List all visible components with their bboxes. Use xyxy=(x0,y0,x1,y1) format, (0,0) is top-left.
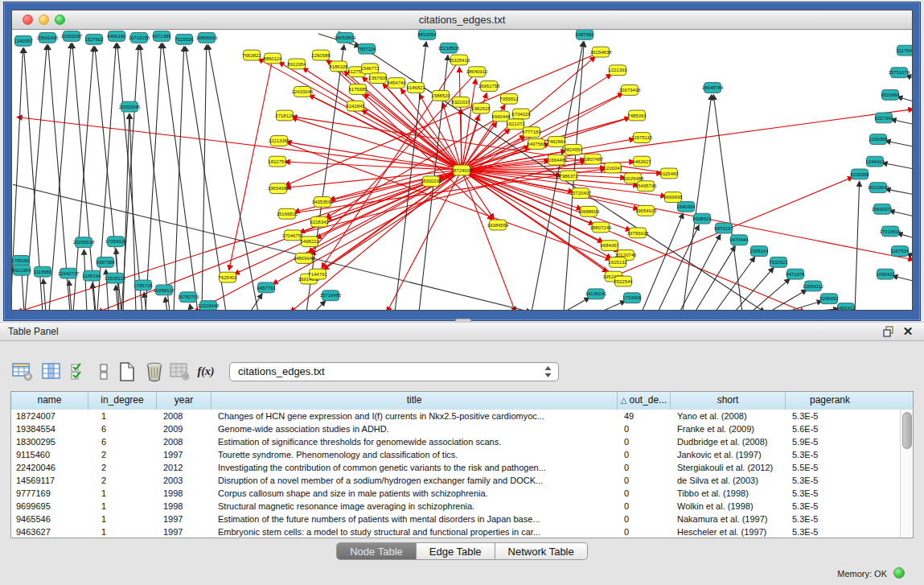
graph-node[interactable]: 6879197 xyxy=(714,223,733,233)
graph-edge[interactable] xyxy=(785,301,822,310)
column-header-year[interactable]: year xyxy=(157,392,211,410)
graph-node[interactable]: 12505115 xyxy=(105,273,126,283)
scrollbar-thumb[interactable] xyxy=(902,412,912,449)
graph-edge[interactable] xyxy=(43,279,46,310)
graph-edge[interactable] xyxy=(462,171,515,311)
graph-edge[interactable] xyxy=(734,268,774,310)
table-cell[interactable]: 5.3E-5 xyxy=(786,525,874,538)
table-cell[interactable]: 5.9E-5 xyxy=(786,435,874,448)
graph-node[interactable]: 15166825 xyxy=(277,208,298,219)
graph-node[interactable]: 1962615 xyxy=(471,103,491,113)
graph-node[interactable]: 1095422 xyxy=(876,269,894,279)
graph-node[interactable]: 10719155 xyxy=(129,32,150,43)
graph-node[interactable]: 14136141 xyxy=(585,289,607,299)
graph-edge[interactable] xyxy=(893,276,912,284)
graph-edge[interactable] xyxy=(273,90,630,284)
graph-edge[interactable] xyxy=(208,45,258,310)
graph-node[interactable]: 10953287 xyxy=(61,31,83,41)
table-cell[interactable]: 18300295 xyxy=(11,435,88,448)
graph-edge[interactable] xyxy=(140,45,170,310)
graph-node[interactable]: 15692971 xyxy=(872,204,893,214)
zoom-window-button[interactable] xyxy=(55,14,65,25)
graph-node[interactable]: 19384554 xyxy=(487,220,509,230)
column-header-name[interactable]: name xyxy=(11,392,88,410)
graph-node[interactable]: 2367608 xyxy=(368,73,388,84)
graph-node[interactable]: 7632621 xyxy=(769,257,788,267)
table-cell[interactable]: 2 xyxy=(88,461,157,474)
graph-edge[interactable] xyxy=(889,211,912,219)
table-row[interactable]: 969969511998Structural magnetic resonanc… xyxy=(11,500,901,513)
table-cell[interactable]: Tourette syndrome. Phenomenology and cla… xyxy=(211,448,618,461)
graph-node[interactable]: 1244413 xyxy=(865,156,885,167)
table-cell[interactable]: 1997 xyxy=(157,525,211,538)
graph-node[interactable]: 9218342 xyxy=(310,216,328,227)
table-cell[interactable]: 9463627 xyxy=(11,525,88,538)
graph-node[interactable]: 6734028 xyxy=(511,109,531,119)
graph-node[interactable]: 1209358 xyxy=(869,134,888,145)
graph-edge[interactable] xyxy=(314,301,326,310)
graph-node[interactable]: 16782753 xyxy=(178,292,199,303)
graph-node[interactable]: 7462664 xyxy=(547,137,566,147)
table-cell[interactable]: 0 xyxy=(618,422,671,435)
graph-edge[interactable] xyxy=(165,297,167,310)
column-header-short[interactable]: short xyxy=(671,392,786,410)
table-cell[interactable]: 9115460 xyxy=(11,448,88,461)
graph-node[interactable]: 9242845 xyxy=(346,101,365,111)
graph-node[interactable]: 1115680 xyxy=(34,266,52,277)
graph-edge[interactable] xyxy=(751,278,790,310)
graph-edge[interactable] xyxy=(897,233,912,241)
select-all-icon[interactable] xyxy=(66,359,92,385)
table-row[interactable]: 1938455462009Genome-wide association stu… xyxy=(11,422,901,435)
graph-node[interactable]: 1733426 xyxy=(622,293,642,303)
graph-node[interactable]: 22420046 xyxy=(292,86,314,97)
table-cell[interactable]: 2012 xyxy=(157,461,211,474)
graph-node[interactable]: 7515526 xyxy=(175,34,194,44)
graph-node[interactable]: 3824554 xyxy=(564,144,583,154)
table-cell[interactable]: 49 xyxy=(618,410,671,422)
graph-node[interactable]: 16053809 xyxy=(335,32,356,43)
table-cell[interactable]: 9465546 xyxy=(11,513,88,525)
close-window-button[interactable] xyxy=(23,14,33,25)
graph-edge[interactable] xyxy=(713,95,742,310)
graph-node[interactable]: 1546772 xyxy=(360,64,379,74)
graph-edge[interactable] xyxy=(564,298,589,310)
graph-node[interactable]: 16866909 xyxy=(196,32,218,43)
table-cell[interactable]: 6 xyxy=(88,422,157,435)
graph-edge[interactable] xyxy=(614,177,853,277)
graph-node[interactable]: 14809948 xyxy=(294,253,315,264)
graph-node[interactable]: 7663822 xyxy=(242,50,261,60)
table-cell[interactable]: 0 xyxy=(618,448,671,461)
table-cell[interactable]: 22420046 xyxy=(11,461,88,474)
table-cell[interactable]: 1998 xyxy=(157,487,211,500)
graph-node[interactable]: 7625402 xyxy=(218,272,236,282)
new-document-icon[interactable] xyxy=(114,359,140,385)
graph-edge[interactable] xyxy=(885,189,912,196)
graph-edge[interactable] xyxy=(174,47,184,310)
graph-node[interactable]: 7986372 xyxy=(559,171,577,181)
graph-node[interactable]: 14353594 xyxy=(312,197,334,208)
graph-node[interactable]: 1640954 xyxy=(676,201,696,212)
column-header-pagerank[interactable]: pagerank xyxy=(786,392,874,410)
table-cell[interactable]: 0 xyxy=(618,474,671,487)
column-header-title[interactable]: title xyxy=(211,392,618,410)
table-cell[interactable]: 5.6E-5 xyxy=(786,422,874,435)
graph-node[interactable]: 10958107 xyxy=(154,285,175,295)
graph-edge[interactable] xyxy=(462,171,631,231)
network-window-titlebar[interactable]: citations_edges.txt xyxy=(12,10,912,30)
graph-node[interactable]: 1117544 xyxy=(897,45,912,56)
graph-node[interactable]: 10654112 xyxy=(803,281,823,291)
table-cell[interactable]: Corpus callosum shape and size in male p… xyxy=(211,487,618,500)
table-cell[interactable]: Tibbo et al. (1998) xyxy=(671,487,786,500)
graph-node[interactable]: 2718126 xyxy=(275,110,294,121)
tab-edge-table[interactable]: Edge Table xyxy=(417,542,495,560)
import-table-icon[interactable] xyxy=(167,359,193,385)
graph-node[interactable]: 9397588 xyxy=(96,257,115,267)
table-cell[interactable]: 1 xyxy=(88,500,157,513)
graph-edge[interactable] xyxy=(162,43,198,310)
graph-node[interactable]: 15716485 xyxy=(320,290,342,301)
close-panel-icon[interactable]: ✕ xyxy=(901,325,914,338)
table-cell[interactable]: Estimation of significance thresholds fo… xyxy=(211,435,618,448)
graph-node[interactable]: 18807249 xyxy=(590,222,612,233)
graph-node[interactable]: 18640910 xyxy=(466,67,488,77)
graph-node[interactable]: 20691406 xyxy=(37,32,59,43)
